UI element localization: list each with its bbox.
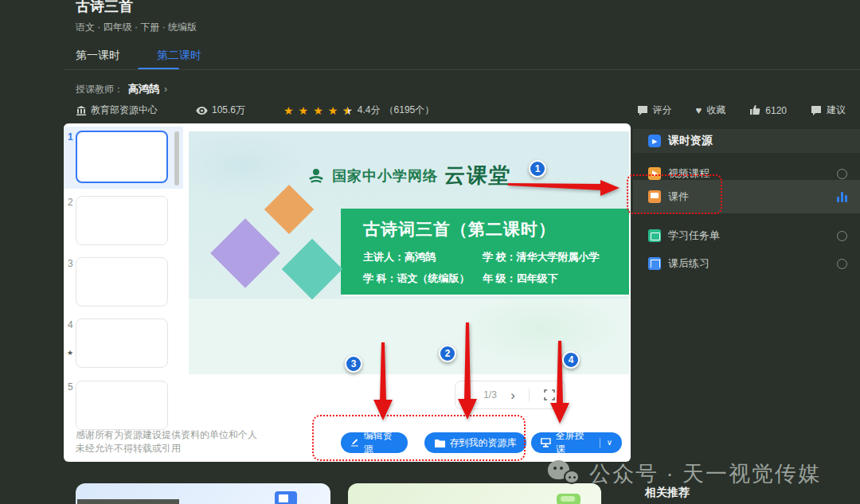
like-button[interactable]: 6120 — [749, 105, 787, 116]
annotation-arrow-1 — [508, 178, 620, 199]
stats-row: 教育部资源中心 105.6万 ★ ★ ★ ★ ★★ 4.4分 （6195个） — [76, 104, 434, 117]
eye-icon — [196, 106, 208, 115]
fullscreen-teach-label: 全屏授课 — [556, 429, 593, 456]
chevron-right-icon: › — [164, 84, 167, 95]
rate-label: 评分 — [653, 104, 672, 117]
exercise-icon — [648, 257, 661, 270]
thumbnail-preview[interactable] — [76, 318, 168, 368]
now-playing-equalizer-icon — [837, 192, 847, 202]
annotation-rect-courseware — [627, 174, 722, 214]
slide-info-grid: 主讲人：高鸿鹄 学 校：清华大学附属小学 学 科：语文（统编版） 年 级：四年级… — [363, 250, 618, 286]
favorite-label: 收藏 — [706, 104, 725, 117]
lesson-main-panel: 1 2 3 4 ★ 5 国家中小学网络 云课堂 古 — [64, 123, 631, 462]
teacher-name-link[interactable]: 高鸿鹄 — [128, 82, 159, 96]
watermark-text: 公众号 · 天一视觉传媒 — [589, 459, 821, 488]
rating-count: （6195个） — [385, 104, 435, 117]
slide-subject: 学 科：语文（统编版） — [363, 272, 483, 286]
page-title: 古诗三首 — [76, 0, 133, 16]
slide-thumbnail-1[interactable]: 1 — [64, 127, 183, 189]
annotation-badge-3: 3 — [345, 355, 362, 373]
annotation-rect-buttons — [312, 415, 526, 461]
teal-diamond-decoration — [291, 248, 334, 291]
thumbnail-number: 2 — [68, 197, 73, 208]
slide-title-banner: 古诗词三首（第二课时） 主讲人：高鸿鹄 学 校：清华大学附属小学 学 科：语文（… — [341, 209, 629, 296]
slide-thumbnail-3[interactable]: 3 — [64, 253, 183, 312]
annotation-arrow-2 — [455, 322, 479, 420]
pager-divider — [529, 389, 530, 401]
orange-diamond-decoration — [272, 192, 307, 227]
page-subtitle: 语文 · 四年级 · 下册 · 统编版 — [76, 21, 197, 34]
thumbnail-preview[interactable] — [76, 196, 168, 245]
suggest-label: 建议 — [827, 104, 846, 117]
tab-lesson-2[interactable]: 第二课时 — [157, 49, 201, 70]
slide-grade: 年 级：四年级下 — [483, 272, 618, 286]
next-slide-button[interactable]: › — [510, 389, 515, 402]
teacher-row: 授课教师： 高鸿鹄 › — [76, 82, 167, 96]
annotation-badge-1: 1 — [529, 160, 546, 178]
sidebar-header-label: 课时资源 — [668, 134, 713, 148]
teacher-label: 授课教师： — [76, 83, 123, 96]
task-sheet-icon — [648, 229, 661, 242]
rate-button[interactable]: 评分 — [637, 104, 672, 117]
thumbnail-preview[interactable] — [76, 131, 168, 183]
source-label: 教育部资源中心 — [91, 104, 158, 117]
slide-thumbnail-2[interactable]: 2 — [64, 192, 183, 251]
half-star-icon: ★★ — [342, 104, 354, 117]
views-count: 105.6万 — [212, 104, 245, 117]
exercise-label: 课后练习 — [668, 256, 710, 271]
button-divider — [600, 438, 600, 448]
tablet-icon — [557, 494, 580, 504]
copyright-line-2: 未经允许不得转载或引用 — [76, 442, 257, 455]
annotation-badge-4: 4 — [562, 351, 580, 369]
cloud-classroom-logo-icon — [307, 167, 326, 185]
task-sheet-label: 学习任务单 — [668, 229, 720, 243]
radio-unselected-icon[interactable] — [837, 259, 847, 269]
chevron-down-icon[interactable]: ∨ — [607, 439, 612, 447]
thumbnail-preview[interactable] — [76, 381, 168, 430]
radio-unselected-icon[interactable] — [837, 231, 847, 241]
sidebar-item-task-sheet[interactable]: 学习任务单 — [633, 221, 860, 251]
book-icon — [275, 491, 297, 504]
views-group: 105.6万 — [196, 104, 245, 117]
sidebar-header: ▶ 课时资源 — [633, 129, 860, 153]
star-icon: ★ — [299, 104, 310, 117]
header-divider — [64, 69, 860, 70]
stats-actions: 评分 ♥ 收藏 6120 建议 — [637, 104, 846, 117]
radio-unselected-icon[interactable] — [837, 169, 847, 179]
thumbnail-number: 5 — [68, 381, 73, 393]
sidebar-item-exercise[interactable]: 课后练习 — [633, 248, 860, 279]
thumbnail-number: 3 — [68, 258, 73, 269]
rating-score: 4.4分 — [358, 104, 381, 117]
play-icon: ▶ — [648, 135, 661, 147]
thumbnail-scrollbar[interactable] — [174, 131, 179, 186]
slide-presenter: 主讲人：高鸿鹄 — [363, 250, 483, 264]
wechat-icon — [548, 460, 581, 487]
thumbnail-number: 1 — [68, 131, 73, 143]
rate-bubble-icon — [637, 105, 648, 115]
slide-thumbnail-5[interactable]: 5 — [64, 377, 183, 436]
rating-group: ★ ★ ★ ★ ★★ 4.4分 （6195个） — [283, 104, 434, 117]
slide-thumbnail-4[interactable]: 4 — [64, 315, 183, 373]
slide-preview[interactable]: 国家中小学网络 云课堂 古诗词三首（第二课时） 主讲人：高鸿鹄 学 校：清华大学… — [189, 131, 629, 374]
copyright-line-1: 感谢所有为资源建设提供资料的单位和个人 — [76, 428, 257, 442]
heart-icon: ♥ — [696, 104, 702, 116]
screen-icon — [541, 438, 551, 447]
thumbnail-star-marker: ★ — [67, 349, 73, 357]
like-count: 6120 — [765, 105, 787, 116]
feedback-bubble-icon — [811, 105, 822, 115]
tab-lesson-1[interactable]: 第一课时 — [76, 49, 120, 70]
pager-count: 1/3 — [483, 389, 497, 400]
slide-title: 古诗词三首（第二课时） — [363, 218, 556, 240]
fullscreen-teach-button[interactable]: 全屏授课 ∨ — [531, 432, 622, 453]
star-icon: ★ — [313, 104, 324, 117]
thumbnail-preview[interactable] — [76, 257, 168, 307]
favorite-button[interactable]: ♥ 收藏 — [696, 104, 726, 117]
suggest-button[interactable]: 建议 — [811, 104, 846, 117]
star-icon: ★ — [283, 104, 295, 117]
card-dark-bar — [77, 499, 179, 504]
annotation-badge-2: 2 — [439, 345, 456, 362]
recommended-card-1[interactable] — [76, 483, 330, 504]
logo-brand-text: 云课堂 — [444, 162, 512, 189]
thumbnail-number: 4 — [68, 319, 73, 330]
source-group: 教育部资源中心 — [76, 104, 158, 117]
